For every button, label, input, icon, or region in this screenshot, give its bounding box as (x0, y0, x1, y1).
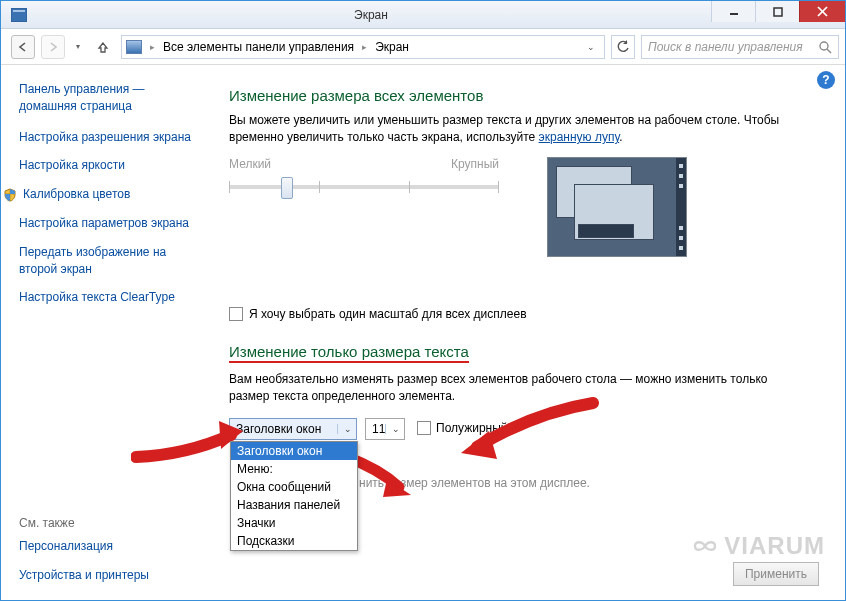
search-input[interactable]: Поиск в панели управления (641, 35, 839, 59)
navbar: ▾ ▸ Все элементы панели управления ▸ Экр… (1, 29, 845, 65)
minimize-button[interactable] (711, 1, 755, 22)
bold-label: Полужирный (436, 421, 508, 435)
content: ? Изменение размера всех элементов Вы мо… (211, 65, 845, 600)
slider-max-label: Крупный (451, 157, 499, 171)
sidebar-brightness[interactable]: Настройка яркости (19, 157, 197, 174)
app-icon (7, 5, 31, 25)
dropdown-option[interactable]: Окна сообщений (231, 478, 357, 496)
monitor-icon (126, 40, 142, 54)
see-also-label: См. также (19, 516, 197, 530)
bold-checkbox[interactable] (417, 421, 431, 435)
window-title: Экран (31, 8, 711, 22)
heading-resize-all: Изменение размера всех элементов (229, 87, 819, 104)
apply-button[interactable]: Применить (733, 562, 819, 586)
chevron-right-icon: ▸ (360, 42, 369, 52)
up-button[interactable] (91, 35, 115, 59)
sidebar: Панель управления — домашняя страница На… (1, 65, 211, 600)
shield-icon (3, 188, 17, 202)
element-type-dropdown: Заголовки окон Меню: Окна сообщений Назв… (230, 441, 358, 551)
svg-point-6 (820, 42, 828, 50)
watermark: VIARUM (690, 532, 825, 560)
display-preview (547, 157, 687, 257)
breadcrumb-dropdown[interactable]: ⌄ (582, 42, 600, 52)
breadcrumb-root[interactable]: Все элементы панели управления (163, 40, 354, 54)
history-dropdown[interactable]: ▾ (71, 42, 85, 51)
svg-rect-1 (13, 10, 25, 12)
sidebar-cleartype[interactable]: Настройка текста ClearType (19, 289, 197, 306)
slider-min-label: Мелкий (229, 157, 271, 171)
magnifier-link[interactable]: экранную лупу (539, 130, 620, 144)
chevron-down-icon: ⌄ (337, 424, 352, 434)
description-2: Вам необязательно изменять размер всех э… (229, 371, 789, 406)
chevron-right-icon: ▸ (148, 42, 157, 52)
slider-thumb[interactable] (281, 177, 293, 199)
sidebar-project-second-screen[interactable]: Передать изображение на второй экран (19, 244, 197, 278)
forward-button[interactable] (41, 35, 65, 59)
svg-line-7 (827, 49, 831, 53)
dropdown-option[interactable]: Меню: (231, 460, 357, 478)
font-size-select[interactable]: 11 ⌄ (365, 418, 405, 440)
sidebar-resolution[interactable]: Настройка разрешения экрана (19, 129, 197, 146)
dropdown-option[interactable]: Подсказки (231, 532, 357, 550)
chevron-down-icon: ⌄ (385, 424, 400, 434)
search-placeholder: Поиск в панели управления (648, 40, 803, 54)
breadcrumb-leaf[interactable]: Экран (375, 40, 409, 54)
refresh-button[interactable] (611, 35, 635, 59)
infinity-icon (690, 535, 720, 557)
help-icon[interactable]: ? (817, 71, 835, 89)
scale-slider[interactable] (229, 173, 499, 201)
element-type-select[interactable]: Заголовки окон ⌄ Заголовки окон Меню: Ок… (229, 418, 357, 440)
svg-rect-3 (774, 8, 782, 16)
dropdown-option[interactable]: Заголовки окон (231, 442, 357, 460)
sidebar-display-settings[interactable]: Настройка параметров экрана (19, 215, 197, 232)
breadcrumb[interactable]: ▸ Все элементы панели управления ▸ Экран… (121, 35, 605, 59)
search-icon (818, 40, 832, 54)
seealso-personalization[interactable]: Персонализация (19, 538, 197, 555)
seealso-devices-printers[interactable]: Устройства и принтеры (19, 567, 197, 584)
control-panel-home-link[interactable]: Панель управления — домашняя страница (19, 81, 197, 115)
notice-text: нить размер элементов на этом дисплее. (359, 476, 819, 490)
window: Экран ▾ ▸ Все элементы панели управления… (0, 0, 846, 601)
titlebar: Экран (1, 1, 845, 29)
dropdown-option[interactable]: Названия панелей (231, 496, 357, 514)
single-scale-checkbox[interactable] (229, 307, 243, 321)
sidebar-color-calibration[interactable]: Калибровка цветов (3, 186, 197, 203)
single-scale-label: Я хочу выбрать один масштаб для всех дис… (249, 307, 527, 321)
maximize-button[interactable] (755, 1, 799, 22)
description-1: Вы можете увеличить или уменьшить размер… (229, 112, 789, 147)
close-button[interactable] (799, 1, 845, 22)
heading-text-size: Изменение только размера текста (229, 343, 469, 363)
dropdown-option[interactable]: Значки (231, 514, 357, 532)
back-button[interactable] (11, 35, 35, 59)
